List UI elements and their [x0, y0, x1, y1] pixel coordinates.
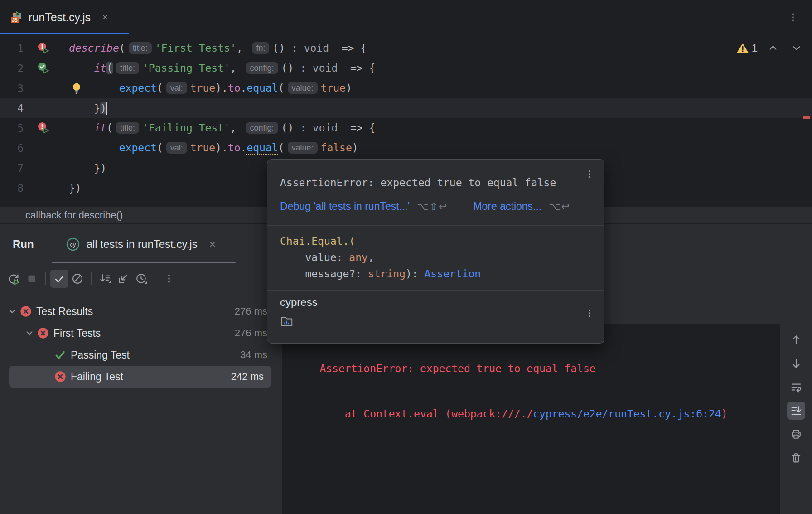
- line-number: 2: [0, 63, 24, 74]
- code-line[interactable]: 3 expect(val:true).to.equal(value:true): [0, 78, 812, 98]
- run-test-gutter-icon[interactable]: [24, 122, 64, 135]
- toolbar-separator: [45, 272, 46, 285]
- code-text: }): [69, 102, 107, 115]
- popup-kebab-icon[interactable]: [581, 166, 598, 182]
- editor-options-kebab-icon[interactable]: [784, 8, 802, 26]
- code-line[interactable]: 1describe(title:'First Tests', fn:() : v…: [0, 39, 812, 58]
- console-side-toolbar: [780, 324, 812, 514]
- code-text: it(title:'Passing Test', config:() : voi…: [69, 62, 375, 75]
- tree-expand-chevron-icon[interactable]: [6, 306, 18, 316]
- next-occurrence-down-arrow-icon[interactable]: [787, 354, 805, 373]
- popup-error-text: AssertionError: expected true to equal f…: [280, 177, 591, 189]
- file-tab-close-icon[interactable]: [100, 12, 110, 22]
- run-config-tab[interactable]: cy all tests in runTest.cy.js: [66, 237, 218, 252]
- code-text: it(title:'Failing Test', config:() : voi…: [69, 122, 375, 135]
- popup-error-section: AssertionError: expected true to equal f…: [267, 160, 604, 226]
- more-actions-link[interactable]: More actions...: [473, 200, 541, 213]
- code-line[interactable]: 6 expect(val:true).to.equal(value:false): [0, 138, 812, 158]
- console-stack-line: at Context.eval (webpack:///./cypress/e2…: [295, 396, 727, 432]
- run-tab-close-icon[interactable]: [208, 239, 218, 249]
- line-number: 6: [0, 142, 24, 154]
- debug-test-link[interactable]: Debug 'all tests in runTest...': [280, 200, 410, 213]
- popup-footer: cypress: [267, 291, 604, 328]
- stop-button[interactable]: [23, 270, 41, 288]
- editor-tab-bar: JS runTest.cy.js: [0, 0, 812, 34]
- line-number: 8: [0, 182, 24, 194]
- code-line[interactable]: 4 }): [0, 98, 812, 118]
- line-number: 5: [0, 122, 24, 134]
- line-number: 1: [0, 43, 24, 54]
- doc-signature-line: Chai.Equal.(: [280, 233, 591, 249]
- run-test-gutter-icon[interactable]: [24, 42, 64, 55]
- print-icon[interactable]: [787, 425, 805, 443]
- module-folder-icon[interactable]: [280, 315, 591, 328]
- indent-guide: [93, 78, 93, 98]
- test-tree-row[interactable]: Test Results276 ms: [0, 301, 282, 322]
- test-history-button[interactable]: [132, 270, 150, 288]
- stacktrace-link[interactable]: cypress/e2e/runTest.cy.js:6:24: [533, 408, 721, 420]
- toolbar-more-kebab-icon[interactable]: [160, 270, 178, 288]
- code-text: expect(val:true).to.equal(value:false): [69, 142, 358, 155]
- debug-shortcut: ⌥⇧↩: [417, 201, 448, 213]
- svg-text:cy: cy: [70, 241, 76, 248]
- line-number: 7: [0, 162, 24, 174]
- prev-warning-chevron-up-icon[interactable]: [765, 40, 781, 56]
- tree-expand-chevron-icon[interactable]: [24, 328, 35, 338]
- text-caret: [106, 102, 107, 115]
- test-failed-icon: [35, 327, 51, 339]
- cypress-icon: cy: [66, 237, 80, 252]
- next-warning-chevron-down-icon[interactable]: [788, 40, 805, 56]
- svg-text:JS: JS: [12, 18, 18, 23]
- test-name: Failing Test: [71, 371, 231, 383]
- line-number: 3: [0, 82, 24, 94]
- popup-footer-kebab-icon[interactable]: [581, 305, 598, 321]
- test-passed-icon: [53, 349, 68, 361]
- console-error-line: AssertionError: expected true to equal f…: [295, 351, 596, 386]
- indent-guide: [93, 138, 93, 158]
- prev-occurrence-up-arrow-icon[interactable]: [787, 331, 805, 349]
- code-line[interactable]: 2 it(title:'Passing Test', config:() : v…: [0, 58, 812, 78]
- rerun-button[interactable]: [5, 270, 23, 288]
- file-tab-label: runTest.cy.js: [29, 11, 91, 24]
- js-test-file-icon: JS: [9, 10, 23, 24]
- code-text: describe(title:'First Tests', fn:() : vo…: [69, 42, 367, 55]
- warning-icon[interactable]: 1: [736, 40, 758, 56]
- clear-all-trash-icon[interactable]: [787, 449, 805, 467]
- file-tab[interactable]: JS runTest.cy.js: [0, 0, 120, 34]
- run-test-gutter-icon[interactable]: [24, 62, 64, 75]
- show-ignored-button[interactable]: [68, 270, 87, 288]
- error-tooltip-popup: AssertionError: expected true to equal f…: [267, 159, 604, 344]
- test-tree-row[interactable]: Failing Test242 ms: [9, 366, 271, 388]
- code-text: expect(val:true).to.equal(value:true): [69, 82, 352, 95]
- toolbar-separator: [155, 272, 155, 285]
- navigate-to-test-button[interactable]: [114, 270, 132, 288]
- test-tree-row[interactable]: First Tests276 ms: [0, 322, 282, 344]
- popup-doc-section: Chai.Equal.( value: any, message?: strin…: [267, 226, 604, 291]
- test-name: Test Results: [36, 305, 235, 318]
- test-console[interactable]: AssertionError: expected true to equal f…: [282, 324, 780, 514]
- run-tab-label: all tests in runTest.cy.js: [87, 238, 198, 251]
- code-line[interactable]: 5 it(title:'Failing Test', config:() : v…: [0, 118, 812, 138]
- soft-wrap-icon[interactable]: [787, 378, 805, 396]
- sort-tests-button[interactable]: [96, 270, 114, 288]
- run-panel-title: Run: [13, 238, 34, 251]
- scroll-to-end-icon[interactable]: [787, 402, 805, 420]
- test-duration: 242 ms: [231, 371, 271, 383]
- inspections-widget[interactable]: 1: [736, 40, 805, 56]
- code-text: }): [69, 162, 106, 174]
- test-duration: 34 ms: [240, 349, 282, 361]
- doc-signature-line: message?: string): Assertion: [280, 266, 591, 282]
- code-text: }): [69, 182, 82, 194]
- more-actions-shortcut: ⌥↩: [549, 201, 570, 213]
- toolbar-separator: [91, 272, 92, 285]
- scrollbar-error-stripe[interactable]: [803, 116, 810, 119]
- show-passed-button[interactable]: [50, 270, 68, 288]
- warning-count: 1: [752, 42, 758, 54]
- test-failed-icon: [53, 370, 68, 383]
- test-tree: Test Results276 msFirst Tests276 msPassi…: [0, 293, 282, 388]
- popup-module-name: cypress: [280, 296, 591, 309]
- breadcrumb[interactable]: callback for describe(): [25, 209, 123, 221]
- intention-bulb-icon[interactable]: [71, 82, 82, 95]
- run-tab-indicator: [52, 262, 236, 263]
- test-tree-row[interactable]: Passing Test34 ms: [0, 344, 282, 366]
